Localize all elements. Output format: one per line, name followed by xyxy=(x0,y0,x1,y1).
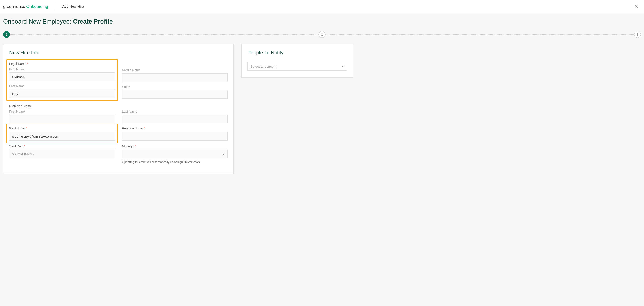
step-line xyxy=(326,34,634,35)
page-title-prefix: Onboard New Employee: xyxy=(3,18,73,25)
app-logo: greenhouse Onboarding xyxy=(3,4,48,9)
logo-text-1: greenhouse xyxy=(3,4,25,9)
legal-name-label: Legal Name* xyxy=(9,62,115,66)
required-asterisk: * xyxy=(144,126,145,130)
first-name-label: First Name xyxy=(9,67,115,71)
recipient-select-placeholder: Select a recipient xyxy=(250,65,276,68)
required-asterisk: * xyxy=(26,126,27,130)
middle-name-input[interactable] xyxy=(122,73,228,82)
top-bar: greenhouse Onboarding Add New Hire ✕ xyxy=(0,0,644,13)
work-email-input[interactable] xyxy=(9,132,115,140)
logo-text-2: Onboarding xyxy=(26,4,48,9)
personal-email-input[interactable] xyxy=(122,132,228,140)
new-hire-info-card: New Hire Info Legal Name* First Name Las… xyxy=(3,44,234,174)
required-asterisk: * xyxy=(27,62,28,66)
start-date-input[interactable] xyxy=(9,150,115,159)
page-title: Onboard New Employee: Create Profile xyxy=(3,18,641,25)
work-email-highlight: Work Email* xyxy=(6,124,118,143)
start-date-label: Start Date* xyxy=(9,144,115,148)
required-asterisk: * xyxy=(24,144,25,148)
required-asterisk: * xyxy=(135,144,136,148)
page-title-main: Create Profile xyxy=(73,18,113,25)
step-line xyxy=(10,34,318,35)
manager-label: Manager* xyxy=(122,144,228,148)
manager-select[interactable] xyxy=(122,150,228,159)
step-2[interactable]: 2 xyxy=(318,31,326,38)
preferred-name-label: Preferred Name xyxy=(9,104,32,108)
pref-last-name-input[interactable] xyxy=(122,115,228,123)
pref-first-name-input[interactable] xyxy=(9,115,115,123)
legal-name-highlight: Legal Name* First Name Last Name xyxy=(6,59,118,101)
close-icon[interactable]: ✕ xyxy=(632,3,641,11)
people-to-notify-card: People To Notify Select a recipient xyxy=(241,44,353,78)
progress-stepper: 1 2 3 xyxy=(3,31,641,38)
manager-helper-text: Updating this role will automatically re… xyxy=(122,160,228,164)
first-name-input[interactable] xyxy=(9,72,115,81)
pref-first-name-label: First Name xyxy=(9,110,115,113)
page-body: Onboard New Employee: Create Profile 1 2… xyxy=(0,13,644,306)
chevron-down-icon xyxy=(222,154,224,155)
step-3[interactable]: 3 xyxy=(634,31,641,38)
suffix-input[interactable] xyxy=(122,90,228,99)
card-title: New Hire Info xyxy=(9,50,228,56)
side-card-title: People To Notify xyxy=(248,50,347,56)
pref-last-name-label: Last Name xyxy=(122,110,228,113)
personal-email-label: Personal Email* xyxy=(122,126,228,130)
suffix-label: Suffix xyxy=(122,85,228,89)
chevron-down-icon xyxy=(342,66,344,67)
recipient-select[interactable]: Select a recipient xyxy=(248,62,347,71)
step-1[interactable]: 1 xyxy=(3,31,10,38)
page-breadcrumb: Add New Hire xyxy=(62,5,84,9)
middle-name-label: Middle Name xyxy=(122,68,228,72)
last-name-input[interactable] xyxy=(9,89,115,98)
vertical-divider xyxy=(56,3,56,10)
last-name-label: Last Name xyxy=(9,84,115,88)
work-email-label: Work Email* xyxy=(9,126,115,130)
